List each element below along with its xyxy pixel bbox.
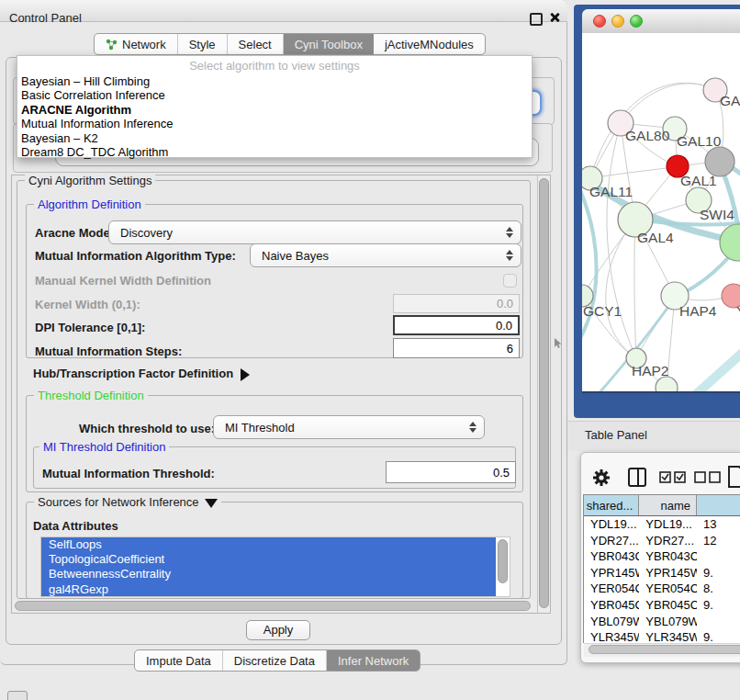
table-cell: YER054C [584,581,639,597]
tab-style[interactable]: Style [178,34,228,54]
table-panel-title: Table Panel [585,428,647,442]
tab-impute-data-label: Impute Data [146,654,211,668]
tab-jactivemnodules[interactable]: jActiveMNodules [374,34,485,54]
mi-steps-field[interactable] [393,338,520,358]
node-label-gcy1: GCY1 [583,303,622,319]
tab-cyni-toolbox[interactable]: Cyni Toolbox [284,34,374,54]
table-row[interactable]: YDL19...YDL19...13 [584,516,740,533]
table-cell [697,548,740,565]
table-cell: 12 [697,533,740,549]
mi-threshold-label: Mutual Information Threshold: [42,467,215,480]
popup-header: Select algorithm to view settings [17,56,532,74]
table-row[interactable]: YPR145WYPR145W9. [584,565,740,581]
sources-title: Sources for Network Inference [38,495,199,509]
control-panel-title: Control Panel [9,11,82,25]
settings-horizontal-scrollbar-thumb[interactable] [15,601,531,611]
aracne-mode-combobox[interactable]: Discovery [108,220,521,244]
column-header-cut[interactable] [697,495,740,515]
mouse-cursor-icon [554,338,563,349]
popup-item-dream8-dc-tdc-algorithm[interactable]: Dream8 DC_TDC Algorithm [17,145,532,159]
table-cell: YER054C [639,581,697,597]
network-window-titlebar[interactable] [582,9,740,34]
table-cell: YDL19... [584,516,639,533]
column-header-name[interactable]: name [639,495,697,515]
table-cell: YBR045C [639,597,697,614]
attribute-list-scrollbar-thumb[interactable] [498,539,508,583]
tab-discretize-data[interactable]: Discretize Data [223,650,327,671]
attribute-item-topologicalcoefficient[interactable]: TopologicalCoefficient [41,552,496,567]
table-cell: YDL19... [639,516,697,533]
table-cell: YLR345W [639,629,697,643]
popup-item-aracne-algorithm[interactable]: ARACNE Algorithm [17,103,532,117]
close-traffic-light-icon[interactable] [593,15,606,28]
table-cell: 13 [697,516,740,533]
network-canvas-bottom-edge [582,391,740,393]
sources-toggle[interactable]: Sources for Network Inference [34,495,221,509]
column-header-shared[interactable]: shared... [584,495,639,515]
tab-select[interactable]: Select [228,34,284,54]
tab-network[interactable]: Network [95,34,178,54]
node-attribute-table: shared...name YDL19...YDL19...13YDR27...… [583,494,740,643]
tab-impute-data[interactable]: Impute Data [135,650,223,671]
data-attributes-list: SelfLoopsTopologicalCoefficientBetweenne… [40,536,510,597]
attribute-item-gal4rgexp[interactable]: gal4RGexp [41,582,496,597]
node-label-hap4: HAP4 [679,303,717,319]
table-cell: YPR145W [584,565,639,581]
table-row[interactable]: YER054CYER054C8. [584,581,740,597]
popup-item-mutual-information-inference[interactable]: Mutual Information Inference [17,117,532,130]
table-row[interactable]: YBL079WYBL079W [584,614,740,630]
tab-discretize-data-label: Discretize Data [234,654,315,668]
table-cell [697,614,740,630]
column-view-icon[interactable] [628,468,646,487]
table-row[interactable]: YBR045CYBR045C9. [584,597,740,614]
expand-triangle-icon[interactable] [241,368,250,381]
network-canvas[interactable]: GALGAL80GAL10GAL1GAL11SWI4GAL4GCY1HAP4YH… [582,33,740,391]
control-panel-tab-bar: NetworkStyleSelectCyni ToolboxjActiveMNo… [94,33,486,55]
manual-kernel-width-checkbox[interactable] [503,274,517,288]
node-label-gal4: GAL4 [637,230,674,245]
deselect-all-checkboxes-icon[interactable] [694,471,722,484]
float-window-icon[interactable] [530,13,543,26]
table-horizontal-scrollbar-thumb[interactable] [589,645,740,654]
network-edge-highlighted [582,182,597,347]
node-label-gal10: GAL10 [677,133,722,149]
dpi-tolerance-field[interactable] [393,315,520,335]
select-all-checkboxes-icon[interactable] [659,471,687,484]
tab-infer-network[interactable]: Infer Network [327,650,420,671]
hub-definition-toggle[interactable]: Hub/Transcription Factor Definition [33,367,250,381]
mi-threshold-definition-title: MI Threshold Definition [39,440,169,454]
table-cell: 9. [697,565,740,581]
attribute-item-betweennesscentrality[interactable]: BetweennessCentrality [41,567,496,581]
apply-button[interactable]: Apply [246,620,310,640]
minimize-traffic-light-icon[interactable] [611,15,624,28]
table-row[interactable]: YDR27...YDR27...12 [584,533,740,549]
network-edge [634,220,636,358]
table-row[interactable]: YBR043CYBR043C [584,548,740,565]
kernel-width-field[interactable] [393,294,520,313]
popup-item-bayesian-k2[interactable]: Bayesian – K2 [17,131,532,145]
table-cell: 8. [697,581,740,597]
network-node-bottom-node[interactable] [656,377,678,391]
document-icon[interactable] [727,465,740,489]
which-threshold-combobox[interactable]: MI Threshold [213,415,485,439]
network-node-green-right[interactable] [720,224,740,261]
mi-threshold-field[interactable] [386,461,516,483]
close-icon[interactable] [549,12,560,23]
network-icon [106,39,118,51]
tab-style-label: Style [189,38,216,51]
collapse-triangle-icon[interactable] [205,499,218,508]
popup-item-basic-correlation-inference[interactable]: Basic Correlation Inference [17,88,532,102]
table-cell: YBL079W [584,614,639,630]
minimized-panel-button[interactable] [7,691,28,700]
node-label-y: Y [736,303,740,319]
settings-vertical-scrollbar-thumb[interactable] [539,178,549,608]
gear-icon[interactable] [592,469,611,487]
attribute-item-selfloops[interactable]: SelfLoops [41,537,496,552]
tab-cyni-toolbox-label: Cyni Toolbox [295,38,363,51]
table-row[interactable]: YLR345WYLR345W9. [584,629,740,643]
zoom-traffic-light-icon[interactable] [630,15,643,28]
threshold-definition-title: Threshold Definition [34,389,148,402]
control-panel-titlebar [0,0,567,22]
mi-algorithm-type-combobox[interactable]: Naive Bayes [250,243,521,267]
popup-item-bayesian-hill-climbing[interactable]: Bayesian – Hill Climbing [17,74,532,88]
